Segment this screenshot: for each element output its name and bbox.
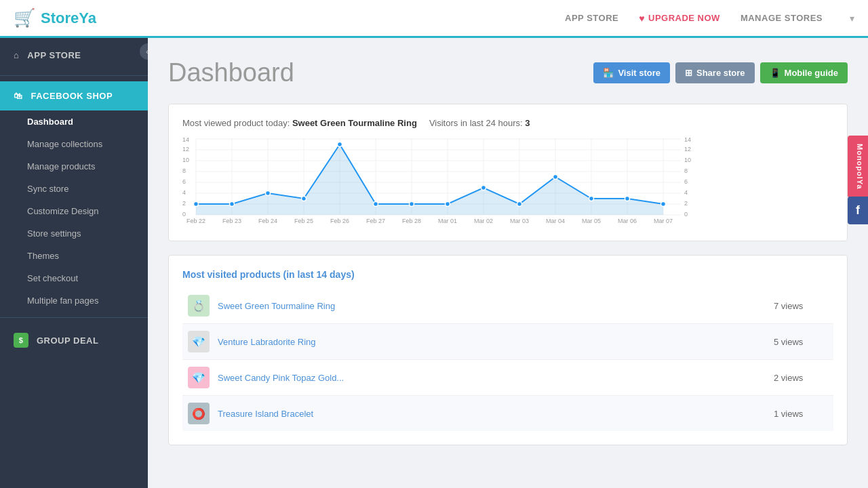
svg-point-50 [589,197,594,201]
sidebar-app-store-label: APP STORE [27,50,81,60]
facebook-icon: f [856,203,860,218]
svg-text:8: 8 [182,167,186,174]
svg-text:Feb 26: Feb 26 [330,218,349,224]
heart-icon: ♥ [639,13,645,24]
svg-text:14: 14 [182,136,189,143]
mobile-guide-icon: 📱 [770,68,781,78]
svg-text:Mar 01: Mar 01 [438,218,457,224]
facebook-banner[interactable]: f [848,197,868,224]
svg-text:Feb 23: Feb 23 [222,218,241,224]
svg-text:8: 8 [684,167,688,174]
sidebar: « ⌂ APP STORE 🛍 FACEBOOK SHOP Dashboard … [0,38,148,488]
most-viewed-label: Most viewed product today: [182,118,290,128]
sidebar-sub-item-dashboard[interactable]: Dashboard [0,110,148,133]
product-name-3[interactable]: Sweet Candy Pink Topaz Gold... [218,373,774,383]
product-thumb-1: 💍 [188,295,210,317]
app-store-nav-link[interactable]: APP STORE [565,13,618,23]
share-store-icon: ⊞ [685,68,692,78]
sidebar-sub-item-store-settings[interactable]: Store settings [0,222,148,245]
svg-text:Feb 27: Feb 27 [366,218,385,224]
sidebar-sub-item-manage-collections[interactable]: Manage collections [0,133,148,155]
table-row: 💎 Venture Labradorite Ring 5 views [182,324,833,360]
sidebar-section-facebook-shop: 🛍 FACEBOOK SHOP Dashboard Manage collect… [0,79,148,314]
product-views-1: 7 views [774,301,828,311]
svg-text:2: 2 [182,200,186,207]
svg-text:14: 14 [684,136,691,143]
product-name-2[interactable]: Venture Labradorite Ring [218,337,774,347]
action-buttons: 🏪 Visit store ⊞ Share store 📱 Mobile gui… [593,62,848,83]
top-nav: 🛒 StoreYa APP STORE ♥ UPGRADE NOW MANAGE… [0,0,868,38]
svg-point-41 [266,191,271,196]
visitors-label: Visitors in last 24 hours: [429,118,523,128]
table-row: ⭕ Treasure Island Bracelet 1 views [182,396,833,431]
upgrade-now-button[interactable]: ♥ UPGRADE NOW [639,13,720,24]
svg-text:10: 10 [684,157,691,163]
share-store-label: Share store [696,68,745,78]
svg-text:10: 10 [182,157,189,163]
logo-text: StoreYa [41,9,96,27]
svg-text:Feb 25: Feb 25 [294,218,313,224]
most-viewed-product: Sweet Green Tourmaline Ring [292,118,417,128]
upgrade-now-label: UPGRADE NOW [648,13,720,23]
svg-text:Mar 05: Mar 05 [582,218,601,224]
svg-point-51 [625,197,630,201]
sidebar-sub-item-sync-store[interactable]: Sync store [0,178,148,200]
main-content: Dashboard 🏪 Visit store ⊞ Share store 📱 … [148,38,868,488]
visitors-count: 3 [525,118,530,128]
svg-text:Feb 24: Feb 24 [258,218,277,224]
svg-point-39 [194,202,199,207]
dropdown-arrow-icon[interactable]: ▾ [850,13,854,24]
dashboard-header: Dashboard 🏪 Visit store ⊞ Share store 📱 … [168,58,848,87]
share-store-button[interactable]: ⊞ Share store [675,62,755,83]
product-name-1[interactable]: Sweet Green Tourmaline Ring [218,301,774,311]
svg-point-48 [517,202,522,207]
svg-text:4: 4 [182,189,186,196]
page-title: Dashboard [168,58,294,87]
app-store-icon: ⌂ [14,50,19,60]
svg-text:Mar 06: Mar 06 [618,218,637,224]
sidebar-sub-item-multiple-fan-pages[interactable]: Multiple fan pages [0,289,148,312]
svg-text:0: 0 [684,211,688,218]
svg-text:0: 0 [182,211,186,218]
mobile-guide-label: Mobile guide [785,68,838,78]
sidebar-item-group-deal[interactable]: $ GROUP DEAL [0,323,148,357]
svg-text:12: 12 [684,146,691,152]
manage-stores-nav-link[interactable]: MANAGE STORES [741,13,823,23]
product-thumb-2: 💎 [188,331,210,352]
sidebar-sub-item-customize-design[interactable]: Customize Design [0,200,148,222]
chart-info: Most viewed product today: Sweet Green T… [182,118,833,128]
sidebar-item-app-store[interactable]: ⌂ APP STORE [0,41,148,70]
chart-container: 0 2 4 6 8 10 12 14 0 2 4 6 8 10 12 14 [182,136,833,227]
group-deal-icon: $ [14,333,28,348]
svg-point-49 [553,175,558,180]
monopolya-banner[interactable]: MonopolYa [848,136,868,198]
svg-point-45 [410,202,414,207]
svg-text:2: 2 [684,200,688,207]
sidebar-sub-item-set-checkout[interactable]: Set checkout [0,267,148,289]
chart-card: Most viewed product today: Sweet Green T… [168,104,848,241]
sidebar-section-app-store: ⌂ APP STORE [0,38,148,73]
svg-text:Mar 04: Mar 04 [546,218,565,224]
svg-text:4: 4 [684,189,688,196]
visit-store-label: Visit store [618,68,660,78]
sidebar-sub-item-manage-products[interactable]: Manage products [0,155,148,178]
products-header: Most visited products (in last 14 days) [182,269,833,280]
visit-store-button[interactable]: 🏪 Visit store [593,62,670,83]
sidebar-sub-item-themes[interactable]: Themes [0,245,148,267]
product-views-2: 5 views [774,337,828,347]
svg-point-43 [338,142,342,147]
svg-text:Mar 07: Mar 07 [654,218,673,224]
sidebar-item-facebook-shop[interactable]: 🛍 FACEBOOK SHOP [0,81,148,110]
product-name-4[interactable]: Treasure Island Bracelet [218,409,774,419]
sidebar-group-deal-label: GROUP DEAL [37,336,98,346]
logo[interactable]: 🛒 StoreYa [14,7,96,28]
svg-point-44 [374,202,378,207]
svg-point-46 [446,202,450,207]
svg-text:Feb 28: Feb 28 [402,218,421,224]
product-views-4: 1 views [774,409,828,419]
svg-point-40 [230,202,235,207]
visit-store-icon: 🏪 [603,68,614,78]
svg-point-42 [302,197,307,201]
sidebar-divider-2 [0,317,148,318]
mobile-guide-button[interactable]: 📱 Mobile guide [760,62,848,83]
